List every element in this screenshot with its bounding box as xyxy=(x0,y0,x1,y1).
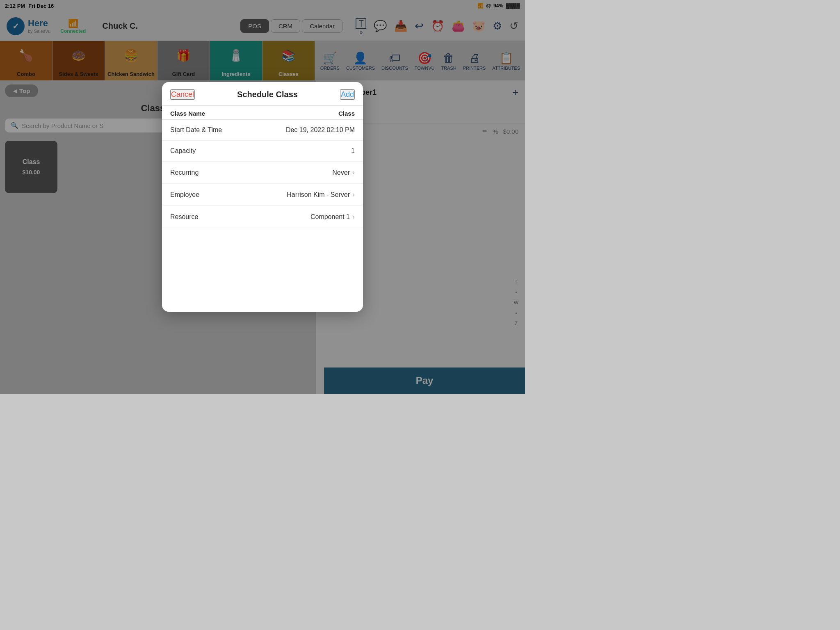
modal-row-start-date[interactable]: Start Date & Time Dec 19, 2022 02:10 PM xyxy=(162,120,363,141)
modal-header: Cancel Schedule Class Add xyxy=(162,82,363,106)
col-header-name: Class Name xyxy=(170,110,205,117)
resource-label: Resource xyxy=(170,213,198,221)
start-date-text: Dec 19, 2022 02:10 PM xyxy=(286,126,355,134)
modal-row-resource[interactable]: Resource Component 1 › xyxy=(162,206,363,228)
capacity-text: 1 xyxy=(351,147,355,155)
recurring-label: Recurring xyxy=(170,169,199,176)
modal-row-recurring[interactable]: Recurring Never › xyxy=(162,162,363,184)
resource-value: Component 1 › xyxy=(310,212,355,221)
col-header-class: Class xyxy=(338,110,355,117)
employee-label: Employee xyxy=(170,191,199,199)
employee-text: Harrison Kim - Server xyxy=(287,191,350,199)
recurring-value: Never › xyxy=(332,168,355,177)
start-date-value: Dec 19, 2022 02:10 PM xyxy=(286,126,355,134)
employee-chevron-icon: › xyxy=(352,190,355,199)
modal-title: Schedule Class xyxy=(237,90,298,99)
capacity-value: 1 xyxy=(351,147,355,155)
modal-row-capacity[interactable]: Capacity 1 xyxy=(162,141,363,162)
employee-value: Harrison Kim - Server › xyxy=(287,190,355,199)
modal-col-headers: Class Name Class xyxy=(162,106,363,120)
modal-row-employee[interactable]: Employee Harrison Kim - Server › xyxy=(162,184,363,206)
modal-overlay: Cancel Schedule Class Add Class Name Cla… xyxy=(0,0,525,394)
recurring-text: Never xyxy=(332,169,350,176)
resource-text: Component 1 xyxy=(310,213,350,221)
resource-chevron-icon: › xyxy=(352,212,355,221)
start-date-label: Start Date & Time xyxy=(170,126,222,134)
schedule-class-modal: Cancel Schedule Class Add Class Name Cla… xyxy=(162,82,363,312)
modal-cancel-button[interactable]: Cancel xyxy=(170,89,195,100)
modal-add-button[interactable]: Add xyxy=(340,89,355,100)
capacity-label: Capacity xyxy=(170,147,196,155)
recurring-chevron-icon: › xyxy=(352,168,355,177)
modal-spacer xyxy=(162,228,363,277)
